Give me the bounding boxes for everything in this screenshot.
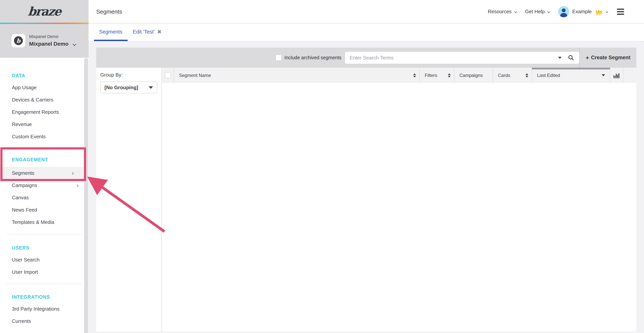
search-dropdown-caret-icon[interactable] (558, 57, 562, 59)
resources-menu[interactable]: Resources (488, 9, 516, 15)
column-header-analytics[interactable] (610, 68, 623, 83)
sort-icon[interactable] (448, 73, 450, 78)
sidebar-item-user-import[interactable]: User Import (0, 266, 88, 278)
segments-toolbar: Include archived segments + Create Segme… (96, 48, 636, 68)
sidebar-item-templates-media[interactable]: Templates & Media (0, 216, 88, 228)
sidebar-scrollbar[interactable] (84, 58, 88, 333)
sidebar-item-segments[interactable]: Segments › (0, 167, 84, 179)
sidebar-item-currents[interactable]: Currents (0, 315, 88, 327)
column-label: Campaigns (460, 73, 482, 78)
workspace-icon-letter: b (14, 36, 23, 45)
table-header-row: Segment Name Filters Campaigns Cards (162, 68, 636, 83)
sidebar-section-engagement: ENGAGEMENT Segments › Campaigns › Canvas… (0, 154, 88, 228)
sidebar-section-data: DATA App Usage Devices & Carriers Engage… (0, 70, 88, 143)
sidebar-section-users: USERS User Search User Import (0, 242, 88, 278)
search-box (345, 52, 579, 64)
tab-label: Segments (99, 29, 122, 35)
segments-panel: Include archived segments + Create Segme… (96, 48, 636, 332)
crown-icon (595, 9, 603, 15)
sidebar-item-canvas[interactable]: Canvas (0, 191, 88, 204)
section-header-integrations: INTEGRATIONS (0, 291, 88, 303)
tab-segments[interactable]: Segments (94, 24, 128, 41)
sort-desc-icon[interactable] (602, 74, 605, 76)
hamburger-menu-icon[interactable] (616, 8, 625, 16)
sidebar-item-3rd-party-integrations[interactable]: 3rd Party Integrations (0, 303, 88, 315)
sidebar-item-engagement-reports[interactable]: Engagement Reports (0, 106, 88, 118)
sidebar-item-user-search[interactable]: User Search (0, 254, 88, 266)
user-name: Example (572, 9, 592, 15)
column-header-filters[interactable]: Filters (420, 68, 454, 83)
avatar (558, 6, 569, 17)
create-segment-label: Create Segment (591, 55, 630, 61)
tab-edit-test[interactable]: Edit 'Test' ✖ (128, 24, 167, 41)
sidebar-item-revenue[interactable]: Revenue (0, 118, 88, 130)
group-by-select[interactable]: [No Grouping] (100, 82, 157, 93)
page-title: Segments (96, 9, 122, 15)
sidebar-divider (6, 234, 82, 234)
chevron-right-icon: › (77, 182, 78, 188)
sidebar-section-integrations: INTEGRATIONS 3rd Party Integrations Curr… (0, 291, 88, 327)
include-archived-label: Include archived segments (284, 48, 341, 68)
chevron-down-icon (548, 10, 550, 13)
sort-icon[interactable] (526, 73, 528, 78)
chevron-right-icon: › (72, 170, 74, 176)
section-header-data: DATA (0, 70, 88, 81)
column-label: Filters (425, 73, 437, 78)
workspace-selector[interactable]: b Mixpanel Demo Mixpanel Demo (0, 24, 88, 58)
main-area: Segments Resources Get Help Example (88, 0, 644, 333)
group-by-label: Group By: (100, 72, 123, 78)
tab-label: Edit 'Test' (133, 29, 155, 35)
get-help-menu[interactable]: Get Help (525, 9, 550, 15)
brand-header: braze (0, 0, 88, 23)
workspace-icon: b (12, 34, 25, 47)
sidebar: braze b Mixpanel Demo Mixpanel Demo DATA… (0, 0, 88, 333)
chevron-down-icon (514, 10, 517, 13)
column-label: Segment Name (179, 73, 211, 78)
column-header-empty (623, 68, 636, 83)
create-segment-button[interactable]: + Create Segment (580, 48, 636, 68)
top-bar: Segments Resources Get Help Example (88, 0, 644, 24)
chevron-down-icon (606, 10, 608, 13)
select-all-checkbox[interactable] (165, 72, 171, 79)
sidebar-item-campaigns[interactable]: Campaigns › (0, 179, 88, 191)
column-header-campaigns[interactable]: Campaigns (454, 68, 493, 83)
include-archived-checkbox[interactable] (276, 55, 282, 61)
table-body-empty (162, 83, 636, 332)
chart-icon (613, 72, 620, 79)
sidebar-item-devices-carriers[interactable]: Devices & Carriers (0, 94, 88, 106)
sidebar-divider (6, 283, 82, 284)
select-all-cell (162, 68, 174, 83)
search-icon[interactable] (568, 55, 574, 61)
close-icon[interactable]: ✖ (157, 29, 162, 35)
brand-gradient-bar (0, 23, 88, 24)
get-help-label: Get Help (525, 9, 545, 15)
tab-bar: Segments Edit 'Test' ✖ (88, 24, 644, 42)
column-label: Cards (498, 73, 510, 78)
workspace-company-label: Mixpanel Demo (29, 34, 58, 39)
sidebar-item-news-feed[interactable]: News Feed (0, 204, 88, 216)
user-menu[interactable]: Example (558, 6, 608, 17)
content-area: Include archived segments + Create Segme… (88, 42, 644, 333)
section-header-engagement: ENGAGEMENT (0, 154, 88, 165)
segments-table: Segment Name Filters Campaigns Cards (162, 68, 636, 332)
search-input[interactable] (345, 55, 558, 61)
sidebar-item-app-usage[interactable]: App Usage (0, 81, 88, 94)
plus-icon: + (586, 55, 589, 61)
sidebar-item-label: Segments (12, 170, 34, 176)
sort-icon[interactable] (413, 73, 416, 78)
select-caret-icon (149, 86, 153, 89)
chevron-down-icon[interactable] (73, 43, 76, 46)
column-header-cards[interactable]: Cards (493, 68, 532, 83)
resources-label: Resources (488, 9, 512, 15)
column-header-segment-name[interactable]: Segment Name (174, 68, 420, 83)
group-by-panel: Group By: [No Grouping] (96, 68, 162, 332)
sidebar-item-label: Campaigns (12, 182, 37, 188)
workspace-name: Mixpanel Demo (29, 41, 68, 47)
column-header-last-edited[interactable]: Last Edited (532, 68, 610, 83)
braze-logo: braze (28, 5, 61, 19)
section-header-users: USERS (0, 242, 88, 254)
group-by-value: [No Grouping] (100, 85, 149, 91)
sidebar-item-custom-events[interactable]: Custom Events (0, 130, 88, 143)
column-label: Last Edited (537, 73, 560, 78)
